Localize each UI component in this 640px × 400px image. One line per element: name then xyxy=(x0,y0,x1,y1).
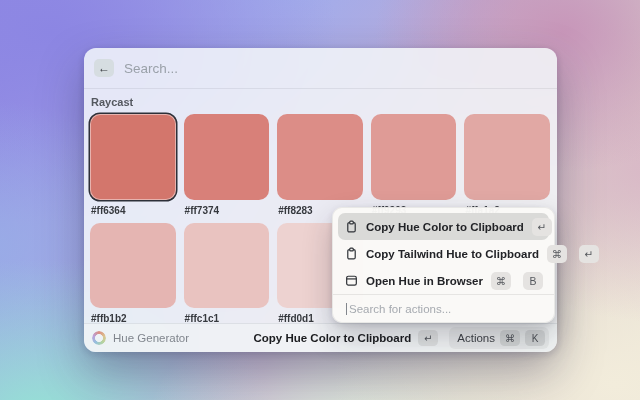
back-arrow-icon: ← xyxy=(98,61,110,75)
swatch-cell: #ffc1c1 xyxy=(184,223,270,331)
app-name: Hue Generator xyxy=(113,332,189,344)
key-badge-cmd: ⌘ xyxy=(547,245,567,263)
key-badge-cmd: ⌘ xyxy=(500,330,520,346)
action-label: Open Hue in Browser xyxy=(366,275,483,287)
hex-label: #ff7374 xyxy=(185,205,270,216)
actions-panel: Copy Hue Color to Clipboard ↵ Copy Tailw… xyxy=(332,207,555,323)
swatch-cell: #ff7374 xyxy=(184,114,270,223)
actions-menu-label: Actions xyxy=(457,332,495,344)
text-caret xyxy=(346,303,347,315)
clipboard-icon xyxy=(345,220,358,233)
color-swatch[interactable] xyxy=(184,114,270,200)
key-badge-b: B xyxy=(523,272,543,290)
section-label: Raycast xyxy=(91,96,550,108)
key-badge-return: ↵ xyxy=(579,245,599,263)
color-swatch[interactable] xyxy=(90,223,176,308)
browser-window-icon xyxy=(345,274,358,287)
key-badge-return: ↵ xyxy=(532,218,552,236)
back-button[interactable]: ← xyxy=(94,59,114,77)
action-item-copy-tailwind-hue[interactable]: Copy Tailwind Hue to Clipboard ⌘ ↵ xyxy=(338,240,549,267)
hex-label: #ff6364 xyxy=(91,205,176,216)
search-header: ← xyxy=(84,48,557,89)
color-swatch[interactable] xyxy=(184,223,270,308)
actions-menu-button[interactable]: Actions ⌘ K xyxy=(449,327,549,349)
clipboard-icon xyxy=(345,247,358,260)
color-swatch-selected[interactable] xyxy=(90,114,176,200)
search-input[interactable] xyxy=(124,61,547,76)
actions-search-input[interactable] xyxy=(349,303,541,315)
key-badge-k: K xyxy=(525,330,545,346)
key-badge-cmd: ⌘ xyxy=(491,272,511,290)
action-item-open-hue-in-browser[interactable]: Open Hue in Browser ⌘ B xyxy=(338,267,549,294)
action-label: Copy Tailwind Hue to Clipboard xyxy=(366,248,539,260)
action-label: Copy Hue Color to Clipboard xyxy=(366,221,524,233)
color-swatch[interactable] xyxy=(464,114,550,200)
color-swatch[interactable] xyxy=(371,114,457,200)
key-badge-return: ↵ xyxy=(418,330,438,346)
swatch-cell: #ffb1b2 xyxy=(90,223,176,331)
swatch-cell: #ff6364 xyxy=(90,114,176,223)
status-bar: Hue Generator Copy Hue Color to Clipboar… xyxy=(84,323,557,352)
actions-panel-items: Copy Hue Color to Clipboard ↵ Copy Tailw… xyxy=(333,208,554,294)
primary-action-button[interactable]: Copy Hue Color to Clipboard xyxy=(253,332,411,344)
hue-generator-icon xyxy=(92,331,106,345)
action-item-copy-hue-color[interactable]: Copy Hue Color to Clipboard ↵ xyxy=(338,213,549,240)
raycast-window: ← Raycast #ff6364 #ff7374 #ff8283 #ff929… xyxy=(84,48,557,352)
color-swatch[interactable] xyxy=(277,114,363,200)
actions-search-row xyxy=(333,294,554,322)
desktop-background: { "window": { "search": { "placeholder":… xyxy=(0,0,640,400)
